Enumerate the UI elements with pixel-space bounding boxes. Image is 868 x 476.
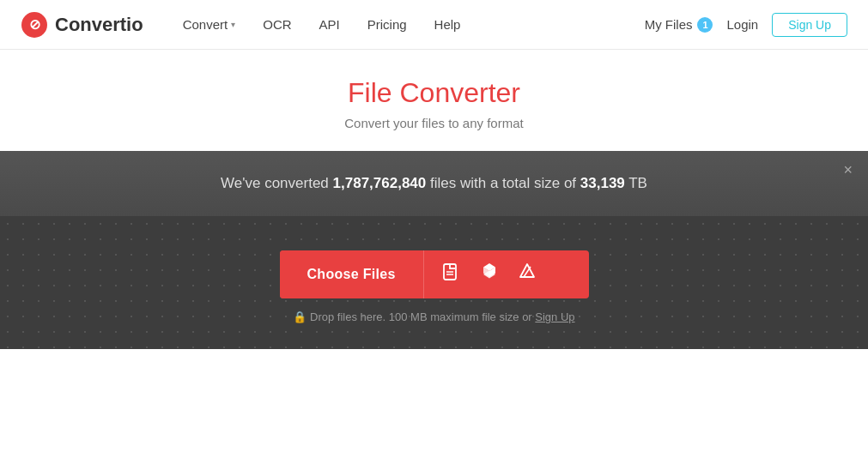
upload-icons	[423, 250, 555, 298]
nav-links: Convert ▾ OCR API Pricing Help	[171, 12, 645, 37]
chevron-down-icon: ▾	[231, 20, 235, 29]
stats-text: We've converted 1,787,762,840 files with…	[221, 175, 647, 191]
svg-marker-9	[520, 264, 534, 277]
login-button[interactable]: Login	[726, 17, 758, 32]
nav-item-help[interactable]: Help	[422, 12, 473, 37]
upload-section: Choose Files	[0, 216, 868, 349]
upload-from-device-icon[interactable]	[441, 262, 462, 287]
dropbox-icon[interactable]	[479, 262, 500, 287]
google-drive-icon[interactable]	[517, 262, 537, 287]
my-files-badge: 1	[697, 17, 713, 33]
upload-bar: Choose Files	[280, 250, 589, 298]
navbar: ⊘ Convertio Convert ▾ OCR API Pricing He…	[0, 0, 868, 50]
stats-file-count: 1,787,762,840	[333, 175, 427, 191]
svg-text:⊘: ⊘	[29, 17, 40, 32]
nav-item-convert[interactable]: Convert ▾	[171, 12, 248, 37]
nav-item-ocr[interactable]: OCR	[251, 12, 303, 37]
lock-icon: 🔒	[293, 310, 307, 323]
stats-banner: We've converted 1,787,762,840 files with…	[0, 151, 868, 216]
drop-hint: 🔒 Drop files here. 100 MB maximum file s…	[17, 310, 851, 323]
hero-section: File Converter Convert your files to any…	[0, 50, 868, 151]
signup-link[interactable]: Sign Up	[535, 310, 574, 323]
logo-text: Convertio	[55, 14, 143, 36]
nav-item-pricing[interactable]: Pricing	[355, 12, 419, 37]
nav-right: My Files 1 Login Sign Up	[645, 13, 847, 37]
hero-subtitle: Convert your files to any format	[0, 116, 868, 130]
page-title: File Converter	[0, 77, 868, 109]
my-files-label: My Files	[645, 17, 693, 32]
logo-icon: ⊘	[21, 11, 48, 39]
nav-item-api[interactable]: API	[307, 12, 352, 37]
stats-size: 33,139	[580, 175, 625, 191]
close-icon[interactable]: ×	[843, 161, 853, 179]
my-files-button[interactable]: My Files 1	[645, 17, 713, 33]
signup-button[interactable]: Sign Up	[772, 13, 847, 37]
choose-files-button[interactable]: Choose Files	[280, 250, 423, 298]
logo[interactable]: ⊘ Convertio	[21, 11, 143, 39]
